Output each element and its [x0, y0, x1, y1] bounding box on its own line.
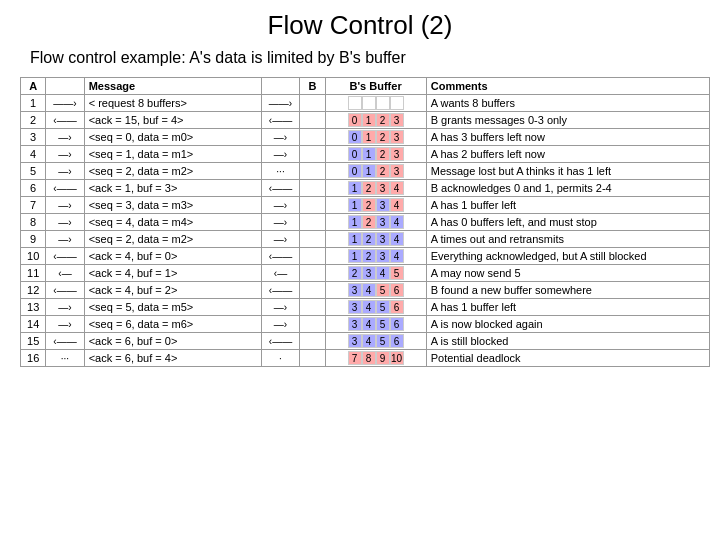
- buffer-slot: 2: [362, 249, 376, 263]
- buffer-slot: 4: [390, 249, 404, 263]
- table-row: 3—›<seq = 0, data = m0>—›0123A has 3 buf…: [21, 129, 710, 146]
- buffer-cell: 1234: [325, 214, 426, 231]
- row-num: 14: [21, 316, 46, 333]
- col-header-arrow-a: [46, 78, 84, 95]
- buffer-slot: 7: [348, 351, 362, 365]
- buffer-wrap: 0123: [328, 164, 424, 178]
- buffer-slot: [390, 96, 404, 110]
- table-row: 8—›<seq = 4, data = m4>—›1234A has 0 buf…: [21, 214, 710, 231]
- comment-text: A may now send 5: [426, 265, 709, 282]
- comment-text: Potential deadlock: [426, 350, 709, 367]
- comment-text: Message lost but A thinks it has 1 left: [426, 163, 709, 180]
- buffer-slot: 2: [362, 181, 376, 195]
- comment-text: B acknowledges 0 and 1, permits 2-4: [426, 180, 709, 197]
- table-container: A Message B B's Buffer Comments 1——›< re…: [20, 77, 710, 367]
- arrow-b: ·: [261, 350, 299, 367]
- buffer-slot: 9: [376, 351, 390, 365]
- arrow-a: ‹——: [46, 282, 84, 299]
- row-num: 13: [21, 299, 46, 316]
- arrow-b: —›: [261, 231, 299, 248]
- buffer-slot: 4: [390, 198, 404, 212]
- arrow-b: ‹——: [261, 180, 299, 197]
- arrow-a: —›: [46, 214, 84, 231]
- buffer-slot: 1: [362, 113, 376, 127]
- buffer-cell: 3456: [325, 299, 426, 316]
- buffer-slot: 1: [348, 215, 362, 229]
- buffer-slot: 0: [348, 113, 362, 127]
- arrow-b: —›: [261, 214, 299, 231]
- buffer-slot: 10: [390, 351, 404, 365]
- buffer-cell: 1234: [325, 231, 426, 248]
- col-header-b: B: [300, 78, 325, 95]
- table-row: 11‹—<ack = 4, buf = 1>‹—2345A may now se…: [21, 265, 710, 282]
- table-row: 6‹——<ack = 1, buf = 3>‹——1234B acknowled…: [21, 180, 710, 197]
- col-b-cell: [300, 214, 325, 231]
- comment-text: A is still blocked: [426, 333, 709, 350]
- buffer-slot: 2: [362, 215, 376, 229]
- buffer-slot: 4: [362, 334, 376, 348]
- arrow-b: ‹——: [261, 112, 299, 129]
- buffer-slot: 3: [348, 283, 362, 297]
- row-num: 6: [21, 180, 46, 197]
- table-row: 5—›<seq = 2, data = m2>···0123Message lo…: [21, 163, 710, 180]
- arrow-b: —›: [261, 146, 299, 163]
- page: Flow Control (2) Flow control example: A…: [0, 0, 720, 540]
- buffer-slot: 8: [362, 351, 376, 365]
- col-header-arrow-b: [261, 78, 299, 95]
- col-header-a: A: [21, 78, 46, 95]
- arrow-b: —›: [261, 316, 299, 333]
- buffer-cell: 3456: [325, 282, 426, 299]
- buffer-cell: 0123: [325, 163, 426, 180]
- row-num: 12: [21, 282, 46, 299]
- buffer-slot: 2: [376, 147, 390, 161]
- buffer-slot: 3: [390, 164, 404, 178]
- arrow-a: ——›: [46, 95, 84, 112]
- message-text: <ack = 6, buf = 0>: [84, 333, 261, 350]
- buffer-wrap: 1234: [328, 198, 424, 212]
- col-b-cell: [300, 180, 325, 197]
- arrow-b: —›: [261, 129, 299, 146]
- table-row: 9—›<seq = 2, data = m2>—›1234A times out…: [21, 231, 710, 248]
- table-row: 4—›<seq = 1, data = m1>—›0123A has 2 buf…: [21, 146, 710, 163]
- buffer-slot: 3: [376, 198, 390, 212]
- table-row: 12‹——<ack = 4, buf = 2>‹——3456B found a …: [21, 282, 710, 299]
- buffer-slot: [348, 96, 362, 110]
- buffer-slot: 1: [348, 249, 362, 263]
- buffer-slot: 2: [348, 266, 362, 280]
- buffer-wrap: 1234: [328, 249, 424, 263]
- buffer-cell: 3456: [325, 333, 426, 350]
- col-b-cell: [300, 163, 325, 180]
- page-title: Flow Control (2): [20, 10, 700, 41]
- arrow-a: —›: [46, 163, 84, 180]
- arrow-a: ‹——: [46, 180, 84, 197]
- buffer-cell: 1234: [325, 180, 426, 197]
- row-num: 10: [21, 248, 46, 265]
- buffer-wrap: [328, 96, 424, 110]
- buffer-cell: 0123: [325, 129, 426, 146]
- table-row: 16···<ack = 6, buf = 4>·78910Potential d…: [21, 350, 710, 367]
- col-header-comments: Comments: [426, 78, 709, 95]
- arrow-a: —›: [46, 146, 84, 163]
- table-row: 15‹——<ack = 6, buf = 0>‹——3456A is still…: [21, 333, 710, 350]
- buffer-slot: 5: [376, 334, 390, 348]
- message-text: < request 8 buffers>: [84, 95, 261, 112]
- row-num: 5: [21, 163, 46, 180]
- buffer-cell: 78910: [325, 350, 426, 367]
- table-row: 1——›< request 8 buffers>——›A wants 8 buf…: [21, 95, 710, 112]
- buffer-slot: 0: [348, 130, 362, 144]
- col-b-cell: [300, 129, 325, 146]
- buffer-slot: 3: [348, 317, 362, 331]
- buffer-wrap: 3456: [328, 300, 424, 314]
- page-subtitle: Flow control example: A's data is limite…: [30, 49, 700, 67]
- buffer-cell: 2345: [325, 265, 426, 282]
- buffer-wrap: 78910: [328, 351, 424, 365]
- col-b-cell: [300, 231, 325, 248]
- message-text: <ack = 6, buf = 4>: [84, 350, 261, 367]
- buffer-wrap: 3456: [328, 317, 424, 331]
- buffer-slot: 1: [348, 198, 362, 212]
- buffer-slot: 4: [362, 317, 376, 331]
- comment-text: B found a new buffer somewhere: [426, 282, 709, 299]
- comment-text: A wants 8 buffers: [426, 95, 709, 112]
- arrow-a: —›: [46, 197, 84, 214]
- buffer-slot: 5: [376, 283, 390, 297]
